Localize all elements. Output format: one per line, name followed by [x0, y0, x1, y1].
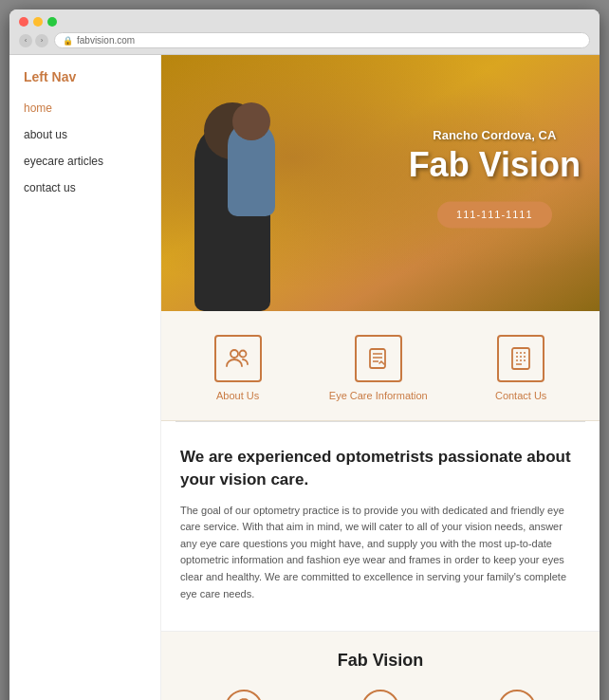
close-dot[interactable]: [19, 17, 28, 27]
address-bar[interactable]: 🔒 fabvision.com: [54, 32, 590, 48]
about-body-text: The goal of our optometry practice is to…: [180, 503, 581, 603]
icon-item-about[interactable]: About Us: [214, 335, 262, 401]
about-us-icon: [214, 335, 262, 382]
nav-item-about[interactable]: about us: [24, 125, 146, 142]
url-text: fabvision.com: [77, 35, 135, 46]
footer-columns: 1111 Your Street Any City, CA 99999 111-…: [175, 690, 585, 700]
browser-bar: ‹ › 🔒 fabvision.com: [19, 32, 590, 48]
icon-item-eyecare[interactable]: Eye Care Information: [329, 335, 428, 401]
about-heading: We are experienced optometrists passiona…: [180, 446, 581, 491]
hero-section: Rancho Cordova, CA Fab Vision 111-111-11…: [161, 55, 600, 311]
nav-item-eyecare[interactable]: eyecare articles: [24, 152, 146, 169]
nav-list: home about us eyecare articles contact u…: [24, 99, 146, 195]
footer-title: Fab Vision: [175, 651, 585, 671]
location-icon: [225, 690, 263, 700]
page-layout: Left Nav home about us eyecare articles …: [9, 55, 600, 700]
contact-us-label: Contact Us: [495, 390, 546, 401]
browser-window: ‹ › 🔒 fabvision.com Left Nav home about …: [9, 9, 600, 700]
footer-col-phone: 111-111-1111: [312, 690, 449, 700]
maximize-dot[interactable]: [47, 17, 57, 27]
about-section: We are experienced optometrists passiona…: [161, 422, 600, 631]
nav-arrows: ‹ ›: [19, 34, 48, 47]
eye-care-label: Eye Care Information: [329, 390, 428, 401]
svg-rect-2: [370, 349, 385, 368]
hero-title: Fab Vision: [409, 146, 581, 184]
footer-col-hours: Hours Monday - Friday: 8 a.m. - 5: [449, 690, 585, 700]
footer-col-address: 1111 Your Street Any City, CA 99999: [175, 690, 312, 700]
left-nav: Left Nav home about us eyecare articles …: [9, 55, 161, 700]
svg-point-0: [231, 350, 238, 358]
hero-phone-button[interactable]: 111-111-1111: [437, 201, 552, 228]
svg-rect-6: [512, 348, 529, 369]
left-nav-title: Left Nav: [24, 69, 146, 84]
hero-figure-child: [218, 102, 285, 216]
icon-item-contact[interactable]: Contact Us: [495, 335, 546, 401]
nav-link-contact[interactable]: contact us: [24, 181, 76, 194]
back-button[interactable]: ‹: [19, 34, 32, 47]
minimize-dot[interactable]: [33, 17, 43, 27]
nav-link-about[interactable]: about us: [24, 128, 67, 141]
about-us-label: About Us: [216, 390, 259, 401]
nav-item-home[interactable]: home: [24, 99, 146, 116]
svg-point-1: [239, 351, 246, 358]
nav-link-eyecare[interactable]: eyecare articles: [24, 155, 103, 168]
icons-section: About Us Eye Care Information: [161, 311, 600, 421]
clock-icon: [498, 690, 536, 700]
browser-chrome: ‹ › 🔒 fabvision.com: [9, 9, 600, 55]
eye-care-icon: [355, 335, 402, 382]
lock-icon: 🔒: [63, 36, 73, 46]
browser-dots: [19, 17, 590, 27]
main-content: Rancho Cordova, CA Fab Vision 111-111-11…: [161, 55, 600, 700]
forward-button[interactable]: ›: [35, 34, 48, 47]
phone-icon: [361, 690, 399, 700]
hero-text-block: Rancho Cordova, CA Fab Vision 111-111-11…: [409, 128, 581, 228]
hero-location: Rancho Cordova, CA: [409, 128, 581, 142]
nav-item-contact[interactable]: contact us: [24, 178, 146, 195]
nav-link-home[interactable]: home: [24, 101, 52, 115]
contact-us-icon: [497, 335, 544, 382]
footer-section: Fab Vision 1111 Your Street Any City,: [161, 631, 600, 700]
